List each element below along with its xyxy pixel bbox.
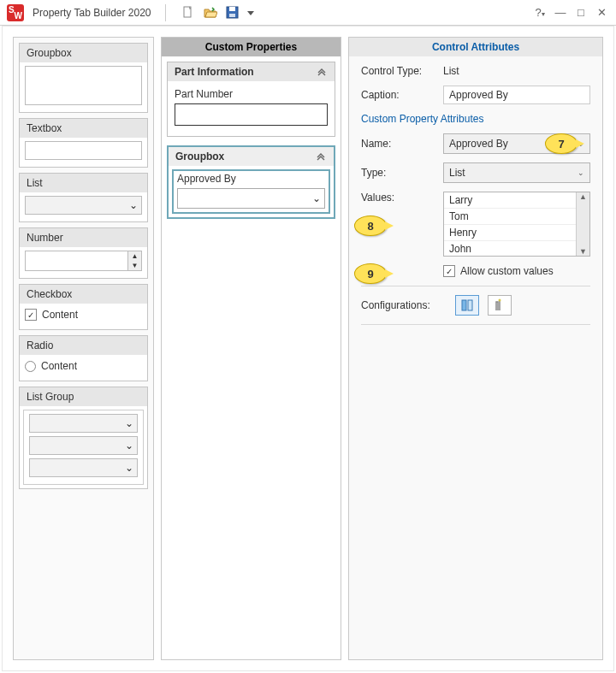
palette-textbox[interactable]: Textbox — [19, 118, 148, 168]
values-listbox[interactable]: Larry Tom Henry John ▲▼ — [443, 192, 590, 257]
attributes-panel: Control Attributes Control Type: List Ca… — [348, 37, 603, 660]
palette-head: Radio — [20, 336, 147, 355]
callout-7: 7 — [545, 133, 578, 154]
list-item[interactable]: Henry — [444, 225, 576, 241]
divider — [361, 324, 590, 325]
palette-preview: ⌄ — [29, 458, 138, 477]
panel-title: Control Attributes — [349, 38, 602, 56]
palette-head: List Group — [20, 387, 147, 406]
scroll-down-icon: ▼ — [579, 247, 587, 256]
scrollbar[interactable]: ▲▼ — [576, 192, 589, 256]
maximize-button[interactable]: □ — [573, 6, 589, 19]
allow-custom-checkbox[interactable]: ✓ — [443, 265, 455, 277]
collapse-icon[interactable] — [316, 66, 328, 78]
values-label: Values: — [361, 192, 435, 204]
approved-by-select[interactable]: ⌄ — [177, 188, 325, 209]
type-combo[interactable]: List ⌄ — [443, 162, 590, 183]
chevron-down-icon: ⌄ — [129, 199, 138, 211]
list-item[interactable]: Tom — [444, 209, 576, 225]
chevron-down-icon: ⌄ — [312, 192, 321, 204]
scroll-up-icon: ▲ — [579, 192, 587, 201]
allow-custom-label: Allow custom values — [460, 265, 554, 277]
field-label: Part Number — [175, 88, 328, 100]
palette-label: Content — [41, 360, 77, 372]
chevron-down-icon: ⌄ — [125, 462, 133, 474]
palette-preview: ⌄ — [29, 414, 138, 433]
save-dropdown-icon[interactable] — [246, 4, 255, 21]
collapse-icon[interactable] — [315, 151, 327, 162]
callout-8: 8 — [354, 215, 387, 236]
name-label: Name: — [361, 138, 435, 150]
chevron-down-icon: ⌄ — [578, 168, 584, 177]
configurations-label: Configurations: — [361, 299, 447, 311]
control-type-label: Control Type: — [361, 65, 435, 77]
svg-marker-4 — [247, 11, 254, 15]
section-heading: Custom Property Attributes — [361, 113, 590, 125]
config-option-1[interactable] — [455, 295, 479, 316]
svg-rect-2 — [229, 7, 235, 11]
palette-number[interactable]: Number ▲▼ — [19, 227, 148, 279]
chevron-down-icon: ⌄ — [125, 417, 133, 429]
group-part-information[interactable]: Part Information Part Number — [167, 62, 335, 137]
palette-label: Content — [42, 309, 78, 321]
palette-preview: ⌄ — [29, 436, 138, 455]
palette-head: Number — [20, 228, 147, 247]
list-item[interactable]: John — [444, 241, 576, 257]
palette-listgroup[interactable]: List Group ⌄ ⌄ ⌄ — [19, 387, 148, 489]
palette-preview — [25, 141, 142, 160]
svg-rect-3 — [229, 14, 235, 17]
app-icon — [7, 4, 24, 21]
spin-up-icon: ▲ — [128, 251, 141, 261]
palette-preview: ▲▼ — [25, 251, 142, 271]
save-icon[interactable] — [224, 4, 241, 21]
palette-checkbox[interactable]: Checkbox ✓ Content — [19, 284, 148, 330]
palette-head: Textbox — [20, 119, 147, 138]
name-value: Approved By — [449, 138, 508, 150]
designer-panel: Custom Properties Part Information Part … — [161, 37, 341, 660]
help-button[interactable]: ?▾ — [532, 6, 548, 19]
caption-label: Caption: — [361, 89, 435, 101]
window-titlebar: Property Tab Builder 2020 ?▾ — □ ✕ — [0, 0, 616, 26]
palette-preview: ⌄ — [25, 196, 142, 215]
palette-groupbox[interactable]: Groupbox — [19, 43, 148, 113]
field-label: Approved By — [177, 173, 325, 185]
chevron-down-icon: ⌄ — [125, 440, 133, 452]
name-combo[interactable]: Approved By ⌄ 7 — [443, 133, 590, 154]
palette-preview — [25, 66, 142, 105]
svg-rect-6 — [468, 300, 472, 310]
palette-head: Groupbox — [20, 44, 147, 62]
type-label: Type: — [361, 167, 435, 179]
checkbox-icon: ✓ — [25, 309, 37, 321]
palette-radio[interactable]: Radio Content — [19, 335, 148, 381]
svg-rect-5 — [462, 300, 466, 310]
config-option-2[interactable] — [488, 295, 512, 316]
radio-icon — [25, 361, 36, 372]
palette-panel: Groupbox Textbox List ⌄ Number ▲▼ Checkb… — [13, 37, 154, 660]
divider — [361, 286, 590, 286]
palette-head: Checkbox — [20, 285, 147, 304]
window-title: Property Tab Builder 2020 — [29, 7, 151, 19]
workspace: Groupbox Textbox List ⌄ Number ▲▼ Checkb… — [2, 26, 614, 671]
list-item[interactable]: Larry — [444, 192, 576, 209]
divider — [165, 4, 166, 21]
palette-head: List — [20, 174, 147, 192]
spin-down-icon: ▼ — [128, 261, 141, 270]
svg-point-7 — [499, 299, 501, 302]
open-file-icon[interactable] — [202, 4, 219, 21]
type-value: List — [449, 167, 465, 179]
panel-title: Custom Properties — [162, 38, 341, 56]
palette-list[interactable]: List ⌄ — [19, 173, 148, 222]
part-number-input[interactable] — [175, 103, 328, 126]
close-button[interactable]: ✕ — [594, 6, 609, 19]
group-title: Part Information — [175, 66, 254, 78]
group-groupbox-selected[interactable]: Groupbox Approved By ⌄ — [167, 145, 335, 219]
group-title: Groupbox — [175, 151, 224, 162]
control-type-value: List — [443, 65, 459, 77]
callout-9: 9 — [354, 263, 387, 284]
new-file-icon[interactable] — [180, 4, 197, 21]
caption-input[interactable]: Approved By — [443, 86, 590, 104]
minimize-button[interactable]: — — [553, 6, 568, 19]
